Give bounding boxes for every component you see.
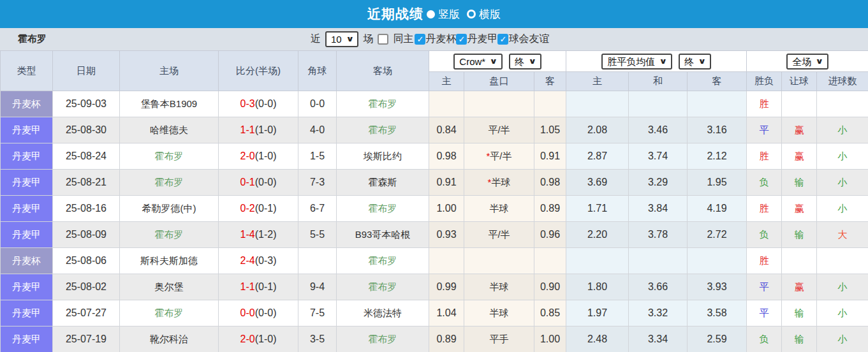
cell-home-team[interactable]: 霍布罗 [120,143,219,170]
cell-handicap [464,91,534,117]
checkbox-checked-icon[interactable]: ✓ [456,34,467,45]
avg-type-select[interactable]: 胜平负均值 ∨ [601,54,672,70]
cell-away-team[interactable]: 埃斯比约 [337,143,429,170]
cell-competition-type: 丹麦甲 [1,274,53,300]
avg-time-select[interactable]: 终 ∨ [679,54,711,70]
subheader-avg-away: 客 [688,72,747,91]
cell-odds-away: 0.85 [534,300,566,326]
cell-avg-draw: 3.78 [629,222,688,248]
cell-avg-away [688,91,747,117]
chevron-down-icon: ∨ [490,55,498,68]
recent-label: 近 [311,33,321,46]
competition-label[interactable]: 球会友谊 [508,33,549,46]
subheader-odds-home: 主 [429,72,464,91]
cell-score: 1-1(0-1) [219,274,298,300]
cell-result-handicap [782,248,817,274]
period-value: 全场 [792,55,811,68]
cell-score: 2-0(1-0) [219,143,298,170]
cell-home-team[interactable]: 哈维德夫 [120,117,219,143]
competition-filter-club-friendly[interactable]: ✓ 球会友谊 [497,33,549,46]
cell-avg-away [688,248,747,274]
radio-selected-icon[interactable] [427,10,435,18]
cell-odds-away [534,91,566,117]
cell-home-team[interactable]: 霍布罗 [120,300,219,326]
cell-avg-away: 1.95 [688,170,747,196]
cell-away-team[interactable]: 霍森斯 [337,170,429,196]
cell-odds-home: 0.98 [429,143,464,170]
header-home: 主场 [120,51,219,91]
cell-home-team[interactable]: 堡鲁本B1909 [120,91,219,117]
competition-label[interactable]: 丹麦甲 [467,33,497,46]
odds-company-select[interactable]: Crow* ∨ [453,54,503,70]
cell-home-team[interactable]: 霍布罗 [120,170,219,196]
cell-handicap: *平/半 [464,143,534,170]
cell-away-team[interactable]: 霍布罗 [337,117,429,143]
cell-corners: 7-3 [298,170,337,196]
table-row: 丹麦杯25-09-03堡鲁本B19090-3(0-0)0-0霍布罗胜 [1,91,868,117]
cell-away-team[interactable]: 霍布罗 [337,326,429,352]
checkbox-checked-icon[interactable]: ✓ [415,34,425,45]
competition-label[interactable]: 丹麦杯 [425,33,456,46]
cell-away-team[interactable]: 霍布罗 [337,274,429,300]
chevron-down-icon: ∨ [816,55,824,68]
layout-option-vertical-label[interactable]: 竖版 [438,7,460,22]
cell-avg-away: 3.93 [688,274,747,300]
same-home-label[interactable]: 同主 [393,33,413,46]
cell-avg-draw: 3.32 [629,300,688,326]
cell-odds-away [534,248,566,274]
cell-odds-away: 0.98 [534,170,566,196]
cell-competition-type: 丹麦杯 [1,248,53,274]
header-date: 日期 [53,51,120,91]
cell-odds-home [429,91,464,117]
cell-avg-draw [629,91,688,117]
table-row: 丹麦甲25-07-27霍布罗0-0(0-0)7-5米德法特1.04半球0.851… [1,300,868,326]
cell-away-team[interactable]: 米德法特 [337,300,429,326]
odds-time-select[interactable]: 终 ∨ [509,54,541,70]
cell-odds-away: 1.00 [534,326,566,352]
cell-result-handicap: 赢 [782,274,817,300]
cell-score: 0-1(0-0) [219,170,298,196]
period-select[interactable]: 全场 ∨ [786,54,828,70]
layout-option-horizontal[interactable]: 横版 [467,7,501,22]
cell-home-team[interactable]: 霍布罗 [120,222,219,248]
cell-result-wdl: 胜 [747,143,782,170]
checkbox-checked-icon[interactable]: ✓ [497,34,508,45]
cell-corners: 3-5 [298,326,337,352]
cell-away-team[interactable]: B93哥本哈根 [337,222,429,248]
cell-away-team[interactable]: 霍布罗 [337,91,429,117]
cell-handicap: 半球 [464,274,534,300]
cell-result-goals: 小 [817,274,868,300]
table-row: 丹麦甲25-08-21霍布罗0-1(0-0)7-3霍森斯0.91*半球0.983… [1,170,868,196]
cell-result-handicap: 赢 [782,117,817,143]
cell-date: 25-08-30 [53,117,120,143]
subheader-goals: 进球数 [817,72,868,91]
cell-avg-home: 2.08 [566,117,629,143]
cell-home-team[interactable]: 希勒罗德(中) [120,196,219,222]
cell-result-handicap: 赢 [782,143,817,170]
cell-home-team[interactable]: 斯科夫斯加德 [120,248,219,274]
cell-home-team[interactable]: 奥尔堡 [120,274,219,300]
same-home-checkbox[interactable] [378,34,388,45]
table-row: 丹麦甲25-08-24霍布罗2-0(1-0)1-5埃斯比约0.98*平/半0.9… [1,143,868,170]
table-row: 丹麦甲25-08-30哈维德夫1-1(1-0)4-0霍布罗0.84平/半1.05… [1,117,868,143]
cell-result-goals: 大 [817,222,868,248]
table-row: 丹麦甲25-08-09霍布罗1-4(1-2)5-5B93哥本哈根0.93平/半0… [1,222,868,248]
chevron-down-icon: ∨ [346,33,354,45]
competition-filter-danish-1st[interactable]: ✓ 丹麦甲 [456,33,497,46]
recent-count-select[interactable]: 10 ∨ [325,31,358,47]
layout-option-horizontal-label[interactable]: 横版 [479,7,501,22]
layout-option-vertical[interactable]: 竖版 [427,7,460,22]
cell-date: 25-08-24 [53,143,120,170]
cell-competition-type: 丹麦甲 [1,326,53,352]
table-row: 丹麦杯25-08-06斯科夫斯加德2-4(0-3)霍布罗胜 [1,248,868,274]
cell-away-team[interactable]: 霍布罗 [337,248,429,274]
cell-result-wdl: 胜 [747,91,782,117]
radio-unselected-icon[interactable] [467,10,476,18]
cell-result-handicap: 输 [782,300,817,326]
cell-home-team[interactable]: 靴尔科治 [120,326,219,352]
cell-avg-draw: 3.74 [629,143,688,170]
cell-avg-away: 4.19 [688,196,747,222]
cell-away-team[interactable]: 霍布罗 [337,196,429,222]
cell-corners: 1-5 [298,143,337,170]
competition-filter-danish-cup[interactable]: ✓ 丹麦杯 [415,33,456,46]
